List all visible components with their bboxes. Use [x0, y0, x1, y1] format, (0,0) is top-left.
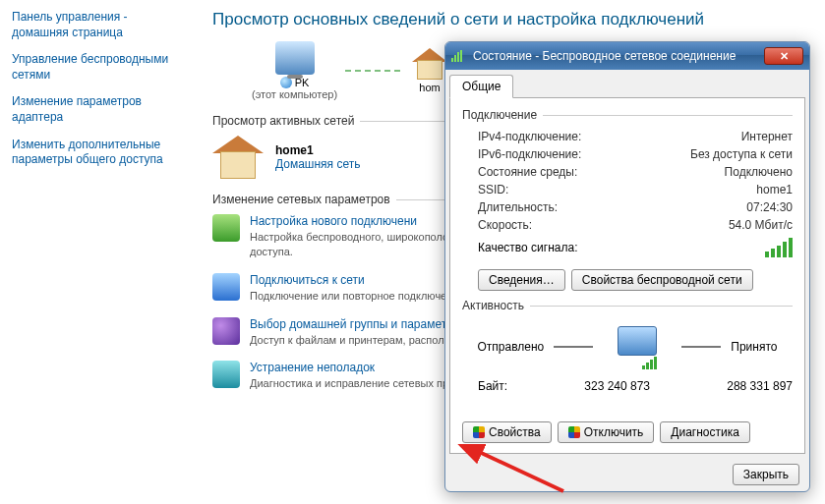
signal-bars-icon: [765, 238, 793, 257]
row-signal: Качество сигнала:: [462, 234, 793, 261]
page-title: Просмотр основных сведений о сети и наст…: [212, 10, 805, 29]
connect-icon: [212, 273, 240, 301]
status-dialog: Состояние - Беспроводное сетевое соедине…: [444, 41, 810, 492]
bytes-sent: 323 240 873: [584, 379, 650, 393]
sent-label: Отправлено: [478, 340, 545, 354]
map-pc: PK (этот компьютер): [252, 41, 337, 100]
row-media: Состояние среды:Подключено: [462, 163, 793, 181]
sidebar-link-home[interactable]: Панель управления - домашняя страница: [12, 10, 181, 40]
bytes-row: Байт: 323 240 873 288 331 897: [462, 375, 793, 397]
house-icon: [212, 136, 264, 179]
sidebar-link-sharing[interactable]: Изменить дополнительные параметры общего…: [12, 138, 181, 168]
row-ipv6: IPv6-подключение:Без доступа к сети: [462, 145, 793, 163]
sidebar: Панель управления - домашняя страница Уп…: [0, 0, 193, 504]
map-connector: [345, 70, 404, 72]
row-ipv4: IPv4-подключение:Интернет: [462, 128, 793, 145]
close-icon: ✕: [780, 50, 789, 63]
monitor-icon: [603, 324, 672, 369]
bytes-recv: 288 331 897: [727, 379, 793, 393]
tab-strip: Общие: [445, 70, 809, 97]
sidebar-link-wireless[interactable]: Управление беспроводными сетями: [12, 52, 181, 83]
row-duration: Длительность:07:24:30: [462, 198, 793, 216]
shield-icon: [473, 426, 485, 438]
map-pc-sub: (этот компьютер): [252, 88, 337, 100]
close-button[interactable]: ✕: [764, 47, 803, 65]
computer-icon: [275, 41, 315, 75]
tab-general[interactable]: Общие: [449, 75, 513, 98]
map-home: hom: [412, 48, 447, 93]
properties-button[interactable]: Свойства: [462, 421, 552, 443]
tab-content: Подключение IPv4-подключение:Интернет IP…: [449, 97, 805, 454]
row-speed: Скорость:54.0 Мбит/с: [462, 216, 793, 234]
signal-icon: [451, 50, 467, 62]
dialog-title: Состояние - Беспроводное сетевое соедине…: [473, 49, 764, 63]
bytes-label: Байт:: [478, 379, 507, 393]
activity-graphic: Отправлено Принято: [462, 324, 793, 369]
map-home-label: hom: [419, 82, 440, 93]
homegroup-icon: [212, 317, 240, 345]
disable-button[interactable]: Отключить: [558, 421, 655, 443]
shield-icon: [568, 426, 580, 438]
network-name: home1: [275, 143, 360, 157]
row-ssid: SSID:home1: [462, 181, 793, 198]
sidebar-link-adapter[interactable]: Изменение параметров адаптера: [12, 94, 181, 125]
wireless-properties-button[interactable]: Свойства беспроводной сети: [571, 269, 753, 291]
connection-group-label: Подключение: [462, 108, 793, 122]
activity-group-label: Активность: [462, 299, 793, 312]
troubleshoot-icon: [212, 361, 240, 388]
recv-label: Принято: [731, 340, 777, 354]
new-connection-icon: [212, 214, 240, 242]
dialog-titlebar[interactable]: Состояние - Беспроводное сетевое соедине…: [445, 42, 809, 70]
close-dialog-button[interactable]: Закрыть: [733, 464, 799, 485]
diagnose-button[interactable]: Диагностика: [660, 421, 750, 443]
house-icon: [412, 48, 447, 80]
details-button[interactable]: Сведения…: [478, 269, 565, 291]
network-type-link[interactable]: Домашняя сеть: [275, 157, 360, 171]
